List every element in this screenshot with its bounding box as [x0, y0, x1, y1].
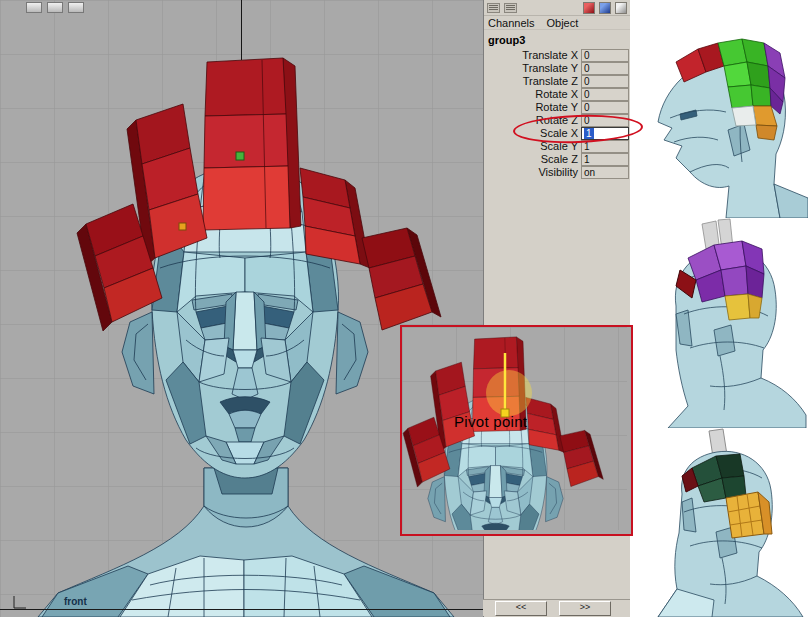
attribute-label[interactable]: Translate Y [484, 62, 581, 75]
channel-box-menubar: Channels Object [484, 16, 630, 30]
channel-row-rotate-z: Rotate Z 0 [484, 114, 630, 127]
channel-row-scale-y: Scale Y 1 [484, 140, 630, 153]
hair-patch-white [732, 106, 756, 126]
channel-row-translate-z: Translate Z 0 [484, 75, 630, 88]
attribute-label[interactable]: Translate Z [484, 75, 581, 88]
menu-channels[interactable]: Channels [488, 17, 534, 29]
channel-row-scale-z: Scale Z 1 [484, 153, 630, 166]
channel-row-translate-y: Translate Y 0 [484, 62, 630, 75]
channel-row-rotate-y: Rotate Y 0 [484, 101, 630, 114]
node-name-label[interactable]: group3 [484, 30, 630, 49]
hair-patches-yellow [725, 294, 762, 320]
viewport-panel-icon-3[interactable] [68, 2, 84, 13]
attribute-label[interactable]: Scale X [484, 127, 581, 140]
pivot-point-caption: Pivot point [454, 413, 527, 430]
list-icon-a[interactable] [487, 3, 500, 13]
pivot-handle[interactable] [179, 223, 186, 230]
tool-icon-blue[interactable] [599, 2, 611, 14]
attribute-label[interactable]: Rotate Z [484, 114, 581, 127]
channel-row-scale-x: Scale X 1 [484, 127, 630, 140]
attribute-value-field[interactable]: on [581, 166, 629, 179]
attribute-value-field[interactable]: 0 [581, 75, 629, 88]
attribute-value-field[interactable]: 1 [581, 153, 629, 166]
viewport-menu-icons [26, 2, 84, 13]
viewport-panel-icon-2[interactable] [47, 2, 63, 13]
attribute-value-field[interactable]: 1 [581, 140, 629, 153]
attribute-label[interactable]: Rotate X [484, 88, 581, 101]
channel-row-translate-x: Translate X 0 [484, 49, 630, 62]
list-icon-b[interactable] [504, 3, 517, 13]
reference-render-side-colored [630, 22, 808, 218]
attribute-label[interactable]: Scale Y [484, 140, 581, 153]
page-prev-button[interactable]: << [495, 601, 547, 616]
attribute-value-field-selected[interactable]: 1 [581, 127, 629, 140]
pivot-inset-image: Pivot point [400, 325, 633, 536]
hair-patches-purple [688, 241, 764, 302]
tool-icon-gray[interactable] [615, 2, 627, 14]
selected-vertex-handle[interactable] [236, 152, 244, 160]
attribute-rows: Translate X 0 Translate Y 0 Translate Z … [484, 49, 630, 179]
channel-box-toolbar [484, 0, 630, 16]
attribute-value-field[interactable]: 0 [581, 88, 629, 101]
viewport-panel-icon-1[interactable] [26, 2, 42, 13]
application-window: front Channels Object group3 Translate X… [0, 0, 808, 617]
tool-icon-red[interactable] [583, 2, 595, 14]
attribute-value-field[interactable]: 0 [581, 114, 629, 127]
attribute-label[interactable]: Scale Z [484, 153, 581, 166]
menu-object[interactable]: Object [546, 17, 578, 29]
reference-render-back-orange [630, 428, 808, 617]
viewport-axis-label: front [64, 596, 87, 607]
attribute-label[interactable]: Visibility [484, 166, 581, 179]
attribute-value-field[interactable]: 0 [581, 62, 629, 75]
reference-render-back-purple [630, 218, 808, 428]
channel-row-rotate-x: Rotate X 0 [484, 88, 630, 101]
selected-value-text: 1 [584, 128, 594, 139]
attribute-label[interactable]: Translate X [484, 49, 581, 62]
attribute-value-field[interactable]: 0 [581, 49, 629, 62]
attribute-value-field[interactable]: 0 [581, 101, 629, 114]
hair-panel-orange [726, 492, 772, 538]
channel-box-scrollbar[interactable]: << >> [483, 599, 630, 616]
page-next-button[interactable]: >> [559, 601, 611, 616]
channel-row-visibility: Visibility on [484, 166, 630, 179]
attribute-label[interactable]: Rotate Y [484, 101, 581, 114]
reference-image-strip [630, 0, 808, 617]
